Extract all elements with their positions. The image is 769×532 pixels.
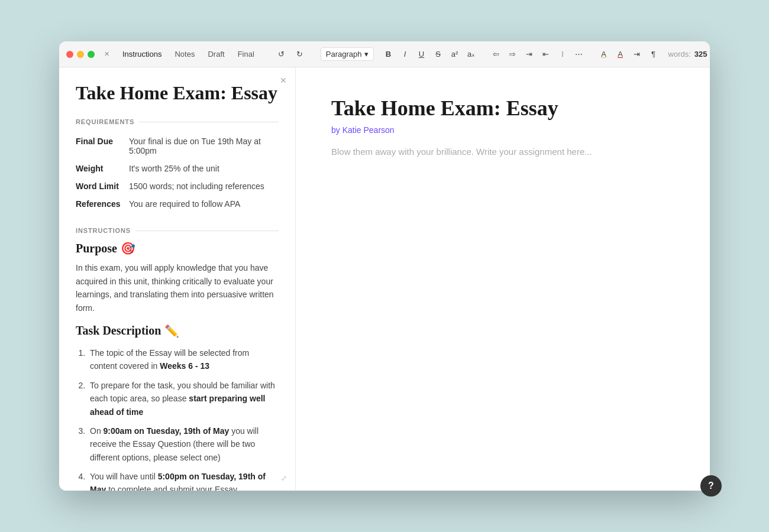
bold-button[interactable]: B xyxy=(381,47,396,62)
titlebar: ✕ Instructions Notes Draft Final ↺ ↻ Par… xyxy=(59,41,710,67)
format-group-basic: B I U S a² aₓ xyxy=(381,47,479,62)
word-count-area: words: 325 saved xyxy=(668,50,710,59)
requirements-table: Final Due Your final is due on Tue 19th … xyxy=(76,132,279,213)
purpose-emoji: 🎯 xyxy=(121,241,135,255)
tab-final[interactable]: Final xyxy=(232,47,260,61)
editor-title: Take Home Exam: Essay xyxy=(331,96,674,121)
task-item-1-bold: Weeks 6 - 13 xyxy=(160,361,209,371)
req-key-final-due: Final Due xyxy=(76,132,129,160)
paragraph-style-label: Paragraph xyxy=(326,50,362,59)
italic-button[interactable]: I xyxy=(398,47,413,62)
editor-placeholder[interactable]: Blow them away with your brilliance. Wri… xyxy=(331,144,674,160)
editor-author: by Katie Pearson xyxy=(331,125,674,135)
purpose-heading: Purpose 🎯 xyxy=(76,241,279,255)
subscript-button[interactable]: aₓ xyxy=(464,47,479,62)
expand-icon[interactable]: ⤢ xyxy=(281,474,287,482)
instructions-panel: ✕ Take Home Exam: Essay REQUIREMENTS Fin… xyxy=(59,67,296,491)
req-value-weight: It's worth 25% of the unit xyxy=(129,160,279,177)
requirements-label: REQUIREMENTS xyxy=(76,118,134,125)
task-item-4-text2: to complete and submit your Essay. xyxy=(108,485,239,491)
list-ol-button[interactable]: ⋯ xyxy=(571,47,587,62)
task-heading-text: Task Description xyxy=(76,324,161,338)
pilcrow-button[interactable]: ¶ xyxy=(646,47,661,62)
task-list: The topic of the Essay will be selected … xyxy=(76,346,279,491)
tab-close-icon[interactable]: ✕ xyxy=(104,50,109,58)
req-value-final-due: Your final is due on Tue 19th May at 5:0… xyxy=(129,132,279,160)
tab-notes[interactable]: Notes xyxy=(169,47,201,61)
minimize-button[interactable] xyxy=(77,51,84,58)
req-row-final-due: Final Due Your final is due on Tue 19th … xyxy=(76,132,279,160)
req-row-weight: Weight It's worth 25% of the unit xyxy=(76,160,279,177)
panel-close-icon[interactable]: ✕ xyxy=(280,76,287,85)
traffic-lights xyxy=(66,51,95,58)
word-count-number: 325 xyxy=(694,50,707,59)
align-center-button[interactable]: ⇨ xyxy=(505,47,521,62)
req-row-references: References You are required to follow AP… xyxy=(76,195,279,213)
word-count-label: words: xyxy=(668,50,691,59)
text-color-button[interactable]: A xyxy=(613,47,628,62)
requirements-line xyxy=(139,122,279,122)
instructions-content: Purpose 🎯 In this exam, you will apply k… xyxy=(76,241,279,491)
paragraph-chevron-icon: ▾ xyxy=(364,50,369,59)
requirements-section-header: REQUIREMENTS xyxy=(76,118,279,125)
purpose-text: In this exam, you will apply knowledge t… xyxy=(76,261,279,314)
tab-draft[interactable]: Draft xyxy=(202,47,230,61)
req-value-references: You are required to follow APA xyxy=(129,195,279,213)
task-emoji: ✏️ xyxy=(164,324,179,338)
indent-button[interactable]: ⇥ xyxy=(629,47,645,62)
tab-instructions[interactable]: Instructions xyxy=(117,47,167,61)
format-group-align: ⇦ ⇨ ⇥ ⇤ ⁝ ⋯ xyxy=(489,47,587,62)
task-item-4: You will have until 5:00pm on Tuesday, 1… xyxy=(88,470,279,491)
purpose-heading-text: Purpose xyxy=(76,242,117,255)
editor-panel[interactable]: Take Home Exam: Essay by Katie Pearson B… xyxy=(296,67,710,491)
paragraph-style-select[interactable]: Paragraph ▾ xyxy=(321,47,374,61)
task-item-1: The topic of the Essay will be selected … xyxy=(88,346,279,373)
toolbar-tabs: Instructions Notes Draft Final xyxy=(117,47,260,61)
req-key-references: References xyxy=(76,195,129,213)
task-item-3-bold: 9:00am on Tuesday, 19th of May xyxy=(104,426,230,436)
req-key-weight: Weight xyxy=(76,160,129,177)
format-group-color: A A ⇥ ¶ xyxy=(596,47,661,62)
maximize-button[interactable] xyxy=(88,51,95,58)
task-item-3: On 9:00am on Tuesday, 19th of May you wi… xyxy=(88,424,279,464)
instructions-line xyxy=(135,231,279,231)
close-button[interactable] xyxy=(66,51,73,58)
instructions-label: INSTRUCTIONS xyxy=(76,227,131,234)
help-button[interactable]: ? xyxy=(700,475,722,497)
instructions-section-header: INSTRUCTIONS xyxy=(76,227,279,234)
align-right-button[interactable]: ⇥ xyxy=(522,47,537,62)
task-item-4-text: You will have until xyxy=(90,472,158,481)
main-content: ✕ Take Home Exam: Essay REQUIREMENTS Fin… xyxy=(59,67,710,491)
align-left-button[interactable]: ⇦ xyxy=(489,47,504,62)
req-value-word-limit: 1500 words; not including references xyxy=(129,177,279,195)
underline-button[interactable]: U xyxy=(414,47,429,62)
task-heading: Task Description ✏️ xyxy=(76,324,279,338)
list-ul-button[interactable]: ⁝ xyxy=(555,47,570,62)
strikethrough-button[interactable]: S xyxy=(431,47,446,62)
align-justify-button[interactable]: ⇤ xyxy=(538,47,554,62)
highlight-button[interactable]: A xyxy=(596,47,612,62)
redo-button[interactable]: ↻ xyxy=(293,48,306,60)
app-window: ✕ Instructions Notes Draft Final ↺ ↻ Par… xyxy=(59,41,710,491)
req-key-word-limit: Word Limit xyxy=(76,177,129,195)
task-item-2: To prepare for the task, you should be f… xyxy=(88,379,279,419)
doc-title: Take Home Exam: Essay xyxy=(76,82,279,104)
task-item-3-text: On xyxy=(90,426,104,436)
req-row-word-limit: Word Limit 1500 words; not including ref… xyxy=(76,177,279,195)
superscript-button[interactable]: a² xyxy=(447,47,463,62)
undo-button[interactable]: ↺ xyxy=(274,48,288,60)
